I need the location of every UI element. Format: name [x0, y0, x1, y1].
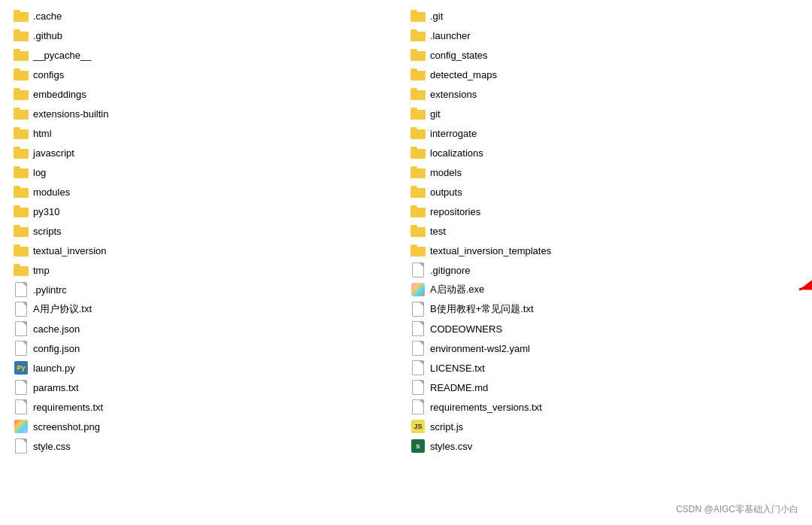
- file-label: .launcher: [430, 30, 470, 41]
- file-icon: [411, 86, 426, 102]
- file-icon: [411, 380, 426, 395]
- file-label: outputs: [430, 187, 462, 198]
- list-item[interactable]: git: [406, 104, 803, 123]
- list-item[interactable]: .gitignore: [406, 260, 803, 280]
- list-item[interactable]: models: [406, 162, 803, 182]
- file-icon: [411, 145, 426, 160]
- file-icon: [14, 145, 29, 160]
- list-item[interactable]: config.json: [9, 338, 406, 358]
- file-icon: [411, 106, 426, 121]
- file-icon: [14, 165, 29, 180]
- file-icon: [411, 223, 426, 238]
- file-label: params.txt: [33, 382, 79, 393]
- list-item[interactable]: JSscript.js: [406, 417, 803, 436]
- list-item[interactable]: py310: [9, 202, 406, 221]
- list-item[interactable]: params.txt: [9, 378, 406, 397]
- file-label: extensions: [430, 89, 477, 100]
- file-icon: [411, 399, 426, 414]
- list-item[interactable]: requirements.txt: [9, 397, 406, 417]
- file-icon: [14, 28, 29, 43]
- file-label: LICENSE.txt: [430, 363, 485, 374]
- list-item[interactable]: .git: [406, 6, 803, 26]
- list-item[interactable]: LICENSE.txt: [406, 358, 803, 378]
- list-item[interactable]: cache.json: [9, 319, 406, 338]
- file-icon: [14, 204, 29, 219]
- file-label: script.js: [430, 421, 463, 432]
- list-item[interactable]: .github: [9, 26, 406, 45]
- list-item[interactable]: javascript: [9, 143, 406, 162]
- list-item[interactable]: requirements_versions.txt: [406, 397, 803, 417]
- file-label: models: [430, 167, 462, 178]
- list-item[interactable]: repositories: [406, 202, 803, 221]
- list-item[interactable]: config_states: [406, 45, 803, 65]
- file-icon: [14, 341, 29, 356]
- list-item[interactable]: scripts: [9, 221, 406, 241]
- file-icon: [411, 243, 426, 258]
- watermark: CSDN @AIGC零基础入门小白: [676, 503, 798, 516]
- content-area[interactable]: .cache.git.github.launcher__pycache__con…: [0, 0, 812, 525]
- file-icon: [14, 302, 29, 317]
- file-icon: [14, 8, 29, 23]
- list-item[interactable]: extensions: [406, 84, 803, 104]
- file-label: log: [33, 167, 46, 178]
- list-item[interactable]: detected_maps: [406, 65, 803, 84]
- list-item[interactable]: Pylaunch.py: [9, 358, 406, 378]
- list-item[interactable]: __pycache__: [9, 45, 406, 65]
- file-label: localizations: [430, 147, 483, 159]
- file-icon: [14, 243, 29, 258]
- list-item[interactable]: html: [9, 123, 406, 143]
- list-item[interactable]: configs: [9, 65, 406, 84]
- list-item[interactable]: Sstyles.csv: [406, 436, 803, 456]
- list-item[interactable]: CODEOWNERS: [406, 319, 803, 338]
- list-item[interactable]: .pylintrc: [9, 280, 406, 299]
- file-label: .pylintrc: [33, 284, 67, 296]
- list-item[interactable]: A用户协议.txt: [9, 299, 406, 319]
- list-item[interactable]: extensions-builtin: [9, 104, 406, 123]
- file-label: style.css: [33, 441, 71, 452]
- file-icon: [411, 282, 426, 297]
- file-icon: [411, 67, 426, 82]
- file-icon: Py: [14, 360, 29, 375]
- list-item[interactable]: B使用教程+常见问题.txt: [406, 299, 803, 319]
- list-item[interactable]: embeddings: [9, 84, 406, 104]
- list-item[interactable]: log: [9, 162, 406, 182]
- list-item[interactable]: textual_inversion: [9, 241, 406, 260]
- file-icon: [411, 302, 426, 317]
- file-label: cache.json: [33, 323, 80, 335]
- file-label: modules: [33, 187, 70, 198]
- list-item[interactable]: test: [406, 221, 803, 241]
- file-grid: .cache.git.github.launcher__pycache__con…: [9, 6, 803, 456]
- file-explorer: .cache.git.github.launcher__pycache__con…: [0, 0, 812, 525]
- file-icon: [14, 223, 29, 238]
- list-item[interactable]: A启动器.exe: [406, 280, 803, 299]
- list-item[interactable]: interrogate: [406, 123, 803, 143]
- list-item[interactable]: outputs: [406, 182, 803, 202]
- list-item[interactable]: .launcher: [406, 26, 803, 45]
- file-label: B使用教程+常见问题.txt: [430, 302, 534, 316]
- list-item[interactable]: style.css: [9, 436, 406, 456]
- file-label: .gitignore: [430, 265, 470, 276]
- file-icon: [14, 282, 29, 297]
- list-item[interactable]: screenshot.png: [9, 417, 406, 436]
- file-icon: [411, 341, 426, 356]
- file-label: config.json: [33, 343, 80, 354]
- file-label: config_states: [430, 50, 488, 61]
- list-item[interactable]: environment-wsl2.yaml: [406, 338, 803, 358]
- list-item[interactable]: localizations: [406, 143, 803, 162]
- file-label: test: [430, 226, 446, 237]
- list-item[interactable]: .cache: [9, 6, 406, 26]
- file-icon: [14, 262, 29, 278]
- file-icon: [14, 419, 29, 434]
- list-item[interactable]: README.md: [406, 378, 803, 397]
- file-label: .git: [430, 11, 443, 22]
- list-item[interactable]: textual_inversion_templates: [406, 241, 803, 260]
- list-item[interactable]: modules: [9, 182, 406, 202]
- file-label: .github: [33, 30, 62, 41]
- file-icon: [411, 360, 426, 375]
- file-icon: [411, 204, 426, 219]
- file-label: tmp: [33, 265, 50, 276]
- list-item[interactable]: tmp: [9, 260, 406, 280]
- file-label: textual_inversion: [33, 245, 107, 256]
- file-label: requirements_versions.txt: [430, 402, 542, 413]
- file-icon: [14, 380, 29, 395]
